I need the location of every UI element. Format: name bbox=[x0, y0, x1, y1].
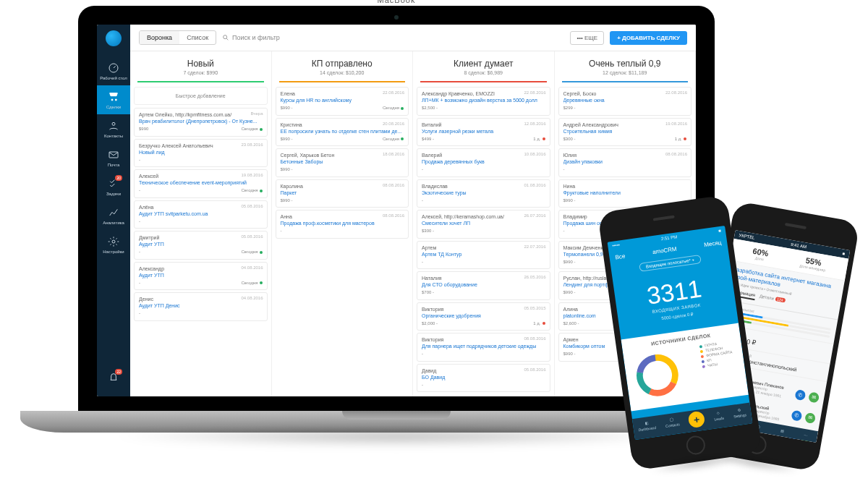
call-icon[interactable]: ✆ bbox=[791, 410, 802, 422]
deal-card[interactable]: 08.08.2016 Юлия Дизайн упаковки - bbox=[558, 148, 692, 177]
deal-card[interactable]: 10.08.2016 Валерий Продажа деревянных бу… bbox=[417, 148, 550, 177]
tab-settings[interactable]: ⚙Settings bbox=[733, 407, 748, 422]
tab-details[interactable]: Детали 124 bbox=[759, 294, 786, 305]
view-funnel[interactable]: Воронка bbox=[140, 31, 179, 44]
card-amount: - bbox=[422, 383, 423, 388]
tab-leads[interactable]: ◇Leads bbox=[713, 410, 725, 425]
nav-desktop[interactable]: Рабочий стол bbox=[97, 56, 130, 85]
deal-card[interactable]: 08.08.2016 Каролина Паркет $990 - bbox=[276, 179, 409, 208]
filter-all[interactable]: Все bbox=[615, 253, 626, 261]
chat-icon[interactable]: ✉ bbox=[804, 412, 816, 424]
kanban-column: Клиент думает 8 сделок: $6,989 22.08.201… bbox=[413, 51, 555, 396]
nav-label: Задачи bbox=[106, 192, 121, 196]
card-amount: $2,000 - bbox=[422, 321, 438, 327]
deal-card[interactable]: 08.08.2016 Анна Продажа проф.косметики д… bbox=[276, 210, 409, 239]
search-placeholder: Поиск и фильтр bbox=[232, 34, 280, 41]
chat-icon[interactable]: ✉ bbox=[808, 391, 820, 403]
deal-card[interactable]: 08.08.2016 Виктория Для парнера ищет под… bbox=[417, 333, 550, 362]
deal-card[interactable]: 26.05.2016 Наталия Для СТО оборудование … bbox=[417, 271, 550, 300]
search-input[interactable]: Поиск и фильтр bbox=[222, 34, 564, 41]
deal-card[interactable]: 19.08.2016 Алексей Техническое обеспечен… bbox=[134, 169, 268, 198]
more-button[interactable]: ••• ЕЩЕ bbox=[570, 31, 604, 45]
deal-card[interactable]: 04.08.2016 Денис Аудит УТП Денис - bbox=[134, 292, 268, 321]
card-title: ЕЕ попросили узнать по отделке стен плит… bbox=[281, 129, 404, 135]
tab-item[interactable]: ⋯ bbox=[804, 433, 808, 438]
deal-card[interactable]: 05.08.2016 Алёна Аудит УТП svitparketu.c… bbox=[134, 200, 268, 229]
deal-card[interactable]: 05.08.2016 Давид БО Давид - bbox=[417, 364, 550, 393]
stat-manager: 55%Доля менеджер bbox=[799, 255, 827, 272]
quick-add[interactable]: Быстрое добавление bbox=[134, 87, 268, 105]
deal-card[interactable]: 22.08.2016 Александр Кравченко, EMOZZI Л… bbox=[417, 87, 550, 116]
card-amount: $990 - bbox=[563, 198, 576, 204]
nav-mail[interactable]: Почта bbox=[97, 143, 130, 172]
deal-card[interactable]: 20.08.2016 Кристина ЕЕ попросили узнать … bbox=[276, 118, 409, 147]
card-tag: Сегодня bbox=[383, 137, 404, 142]
card-date: 05.08.2016 bbox=[524, 367, 545, 373]
column-meta: 14 сделок: $10,200 bbox=[275, 70, 410, 75]
column-title: Очень теплый 0,9 bbox=[558, 59, 693, 69]
card-amount: $990 - bbox=[281, 137, 293, 142]
deal-card[interactable]: 05.05.2015 Виктория Органические удобрен… bbox=[417, 302, 550, 331]
nav-label: Почта bbox=[108, 163, 120, 167]
nav-analytics[interactable]: Аналитика bbox=[97, 201, 130, 230]
bell-icon: 22 bbox=[107, 371, 120, 384]
card-tag: 1 д. bbox=[533, 321, 545, 327]
period-picker[interactable]: Месяц bbox=[704, 239, 722, 248]
nav-tasks[interactable]: 20 Задачи bbox=[97, 172, 130, 201]
card-amount: $2,500 - bbox=[422, 106, 438, 111]
card-contact: Александр bbox=[139, 266, 164, 271]
card-amount: - bbox=[422, 260, 423, 265]
svg-point-5 bbox=[112, 240, 115, 243]
card-title: Деревянные окна bbox=[563, 98, 687, 104]
deal-card[interactable]: 22.08.2016 Сергей, Боско Деревянные окна… bbox=[558, 87, 692, 116]
deal-card[interactable]: 12.08.2016 Виталий Услуги лазерной резки… bbox=[417, 118, 550, 147]
card-date: 23.08.2016 bbox=[241, 142, 263, 148]
fab-add[interactable]: + bbox=[688, 411, 706, 429]
deal-card[interactable]: 23.08.2016 Безручко Алексей Анатольевич … bbox=[134, 139, 268, 168]
card-date: 08.08.2016 bbox=[524, 336, 545, 342]
tab-dashboard[interactable]: ◧Dashboard bbox=[637, 420, 657, 435]
card-contact: Александр Кравченко, EMOZZI bbox=[422, 91, 495, 96]
nav-settings[interactable]: Настройки bbox=[97, 230, 130, 259]
card-amount: $990 - bbox=[281, 198, 293, 204]
tab-contacts[interactable]: ◯Contacts bbox=[665, 416, 681, 432]
card-title: Строительная химия bbox=[563, 129, 687, 135]
nav-notifications[interactable]: 22 bbox=[97, 366, 130, 389]
deal-card[interactable]: Вчера Артем Олейко, http://kpmfitness.co… bbox=[134, 108, 268, 137]
card-amount: $990 - bbox=[563, 352, 576, 357]
card-title: Дизайн упаковки bbox=[563, 159, 687, 166]
search-icon bbox=[222, 34, 229, 41]
deal-card[interactable]: 19.08.2016 Андрей Александрович Строител… bbox=[558, 118, 692, 147]
deal-card[interactable]: 22.07.2016 Артем Артем ТД Контур - bbox=[417, 241, 550, 270]
svg-point-2 bbox=[115, 99, 116, 101]
camera-dot bbox=[394, 15, 399, 20]
deal-card[interactable]: 22.08.2016 Елена Курсы для HR по английс… bbox=[276, 87, 409, 116]
toolbar: Воронка Список Поиск и фильтр ••• ЕЩЕ + … bbox=[130, 25, 696, 51]
card-contact: Безручко Алексей Анатольевич bbox=[139, 143, 213, 148]
home-button[interactable] bbox=[685, 435, 706, 456]
deal-card[interactable]: 01.08.2016 Владислав Экзотические туры - bbox=[417, 179, 550, 208]
card-contact: Максим Демченко bbox=[563, 245, 606, 250]
card-title: Продажа проф.косметики для мастеров bbox=[281, 221, 404, 227]
card-title: Врач реабилитолог (Днепропетровск) - От … bbox=[139, 119, 263, 125]
nav-contacts[interactable]: Контакты bbox=[97, 114, 130, 143]
card-contact: Алёна bbox=[139, 205, 153, 210]
card-amount: - bbox=[422, 167, 423, 173]
card-contact: Юлия bbox=[563, 153, 577, 158]
deal-card[interactable]: 04.08.2016 Александр Аудит УТП - Сегодня bbox=[134, 262, 268, 291]
badge: 22 bbox=[115, 369, 122, 375]
app-logo[interactable] bbox=[106, 30, 122, 46]
deal-card[interactable]: 05.08.2016 Дмитрий Аудит УТП - Сегодня bbox=[134, 231, 268, 260]
card-date: 05.08.2016 bbox=[241, 204, 263, 210]
deal-card[interactable]: 18.08.2016 Сергей, Харьков Бетон Бетонны… bbox=[276, 148, 409, 177]
card-contact: Алина bbox=[563, 307, 578, 312]
view-list[interactable]: Список bbox=[179, 31, 216, 44]
card-contact: Андрей Александрович bbox=[563, 122, 618, 127]
call-icon[interactable]: ✆ bbox=[794, 389, 806, 401]
card-title: Фруктовые наполнители bbox=[563, 190, 687, 197]
deal-card[interactable]: 26.07.2016 Алексей, http://keramashop.co… bbox=[417, 210, 550, 239]
nav-deals[interactable]: Сделки bbox=[97, 85, 130, 114]
card-contact: Сергей, Боско bbox=[563, 91, 597, 96]
tab-item[interactable]: ▤ bbox=[780, 428, 784, 433]
add-deal-button[interactable]: + ДОБАВИТЬ СДЕЛКУ bbox=[610, 31, 687, 45]
